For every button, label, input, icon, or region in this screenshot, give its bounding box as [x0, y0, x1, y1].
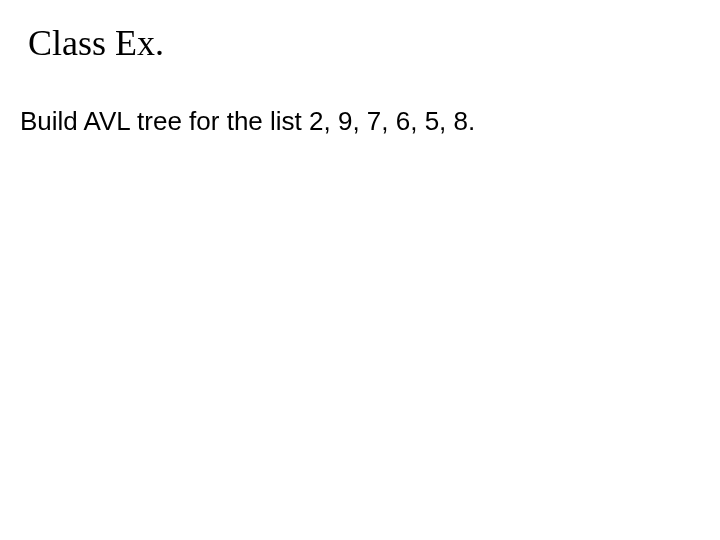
slide-body-text: Build AVL tree for the list 2, 9, 7, 6, … — [20, 106, 475, 137]
slide-title: Class Ex. — [28, 22, 164, 64]
